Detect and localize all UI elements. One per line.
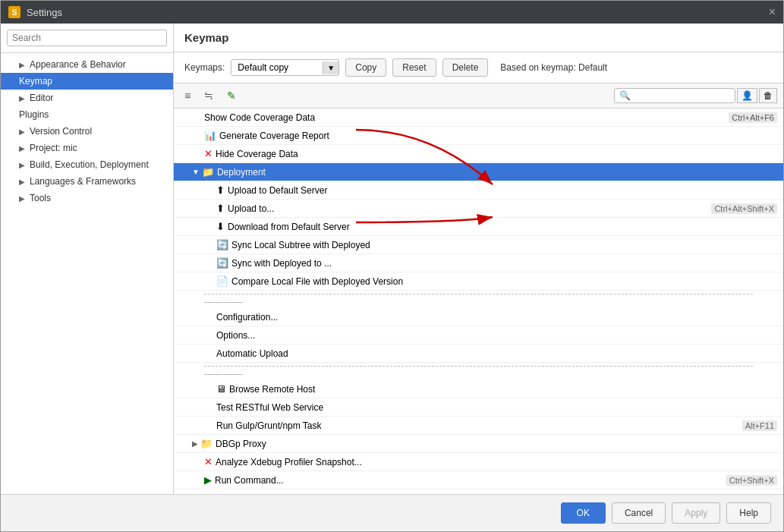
separator-line2: [204, 366, 753, 367]
list-item[interactable]: ⬆ Upload to... Ctrl+Alt+Shift+X: [174, 200, 783, 218]
chevron-right-icon: ▶: [19, 94, 25, 102]
chevron-right-icon: ▶: [19, 194, 25, 203]
ok-button[interactable]: OK: [561, 502, 606, 524]
sidebar-search-container: [1, 24, 173, 53]
sidebar-item-label: Editor: [30, 93, 53, 103]
list-item[interactable]: Automatic Upload: [174, 345, 783, 363]
window-title: Settings: [27, 7, 62, 18]
list-item[interactable]: ⬇ Download from Default Server: [174, 218, 783, 236]
main-content: ▶ Appearance & Behavior Keymap ▶ Editor …: [1, 24, 783, 494]
sidebar-item-plugins[interactable]: Plugins: [1, 106, 173, 123]
list-item[interactable]: Run Gulp/Grunt/npm Task Alt+F11: [174, 417, 783, 435]
chevron-right-icon: ▶: [19, 178, 25, 186]
keymap-dropdown[interactable]: Default copy ▼: [231, 59, 339, 76]
list-item[interactable]: 📄 Compare Local File with Deployed Versi…: [174, 272, 783, 291]
sidebar-item-keymap[interactable]: Keymap: [1, 73, 173, 90]
keymaps-label: Keymaps:: [184, 62, 225, 73]
list-item[interactable]: Start SSH session...: [174, 490, 783, 494]
keymap-selected-value: Default copy: [231, 60, 323, 75]
sidebar-item-label: Project: mic: [30, 143, 77, 153]
separator-text: --------------: [204, 296, 753, 307]
list-item[interactable]: Configuration...: [174, 308, 783, 326]
sidebar-item-appearance[interactable]: ▶ Appearance & Behavior: [1, 56, 173, 73]
sidebar-item-editor[interactable]: ▶ Editor: [1, 90, 173, 106]
list-item-dbgp[interactable]: ▶ 📁 DBGp Proxy: [174, 435, 783, 453]
list-item[interactable]: ▶ Run Command... Ctrl+Shift+X: [174, 471, 783, 490]
hide-icon: ✕: [204, 148, 213, 159]
collapse-all-button[interactable]: ≒: [200, 87, 218, 105]
separator-line: [204, 294, 753, 294]
list-item[interactable]: ⬆ Upload to Default Server: [174, 181, 783, 200]
close-button[interactable]: ×: [769, 5, 776, 19]
separator-row: --------------: [174, 291, 783, 308]
keymap-toolbar: ≡ ≒ ✎ 👤 🗑: [174, 83, 783, 109]
title-bar-left: S Settings: [8, 6, 62, 18]
sidebar: ▶ Appearance & Behavior Keymap ▶ Editor …: [1, 24, 174, 494]
edit-shortcut-button[interactable]: ✎: [222, 87, 241, 105]
separator-text2: --------------: [204, 368, 753, 379]
list-item-deployment[interactable]: ▼ 📁 Deployment: [174, 163, 783, 181]
settings-icon-button[interactable]: 🗑: [759, 88, 777, 103]
reset-button[interactable]: Reset: [392, 58, 436, 77]
chevron-right-icon: ▶: [192, 439, 198, 448]
list-item[interactable]: ✕ Hide Coverage Data: [174, 145, 783, 163]
sidebar-item-vcs[interactable]: ▶ Version Control: [1, 123, 173, 140]
folder-icon: 📁: [202, 166, 214, 178]
nav-tree: ▶ Appearance & Behavior Keymap ▶ Editor …: [1, 53, 173, 494]
sidebar-item-label: Languages & Frameworks: [30, 176, 136, 187]
sidebar-item-languages[interactable]: ▶ Languages & Frameworks: [1, 173, 173, 190]
sidebar-item-label: Tools: [30, 193, 51, 203]
list-item[interactable]: 📊 Generate Coverage Report: [174, 127, 783, 145]
sidebar-item-project[interactable]: ▶ Project: mic: [1, 140, 173, 156]
separator-row2: --------------: [174, 363, 783, 380]
keymap-list: Show Code Coverage Data Ctrl+Alt+F6 📊 Ge…: [174, 109, 783, 494]
coverage-icon: 📊: [204, 130, 216, 141]
bottom-bar: OK Cancel Apply Help: [1, 494, 783, 531]
chevron-right-icon: ▶: [19, 61, 25, 69]
server-icon: 🖥: [216, 383, 226, 395]
list-item[interactable]: ✕ Analyze Xdebug Profiler Snapshot...: [174, 453, 783, 471]
chevron-down-icon: ▼: [323, 61, 338, 74]
download-icon: ⬇: [216, 221, 225, 232]
expand-all-button[interactable]: ≡: [180, 87, 195, 105]
list-item[interactable]: 🖥 Browse Remote Host: [174, 380, 783, 398]
chevron-right-icon: ▶: [19, 127, 25, 136]
panel-header: Keymap: [174, 24, 783, 52]
sidebar-item-build[interactable]: ▶ Build, Execution, Deployment: [1, 156, 173, 173]
apply-button[interactable]: Apply: [672, 502, 720, 524]
sync-icon: 🔄: [216, 239, 228, 250]
sidebar-item-label: Build, Execution, Deployment: [30, 159, 149, 170]
keymap-bar: Keymaps: Default copy ▼ Copy Reset Delet…: [174, 52, 783, 83]
title-bar: S Settings ×: [1, 1, 783, 24]
panel-title: Keymap: [184, 31, 228, 44]
delete-button[interactable]: Delete: [442, 58, 489, 77]
chevron-down-icon: ▼: [192, 168, 200, 176]
list-item[interactable]: Show Code Coverage Data Ctrl+Alt+F6: [174, 109, 783, 127]
folder-icon: 📁: [200, 438, 213, 449]
app-icon: S: [8, 6, 20, 18]
based-on-label: Based on keymap: Default: [500, 62, 607, 73]
sidebar-item-label: Version Control: [30, 126, 92, 137]
list-item[interactable]: 🔄 Sync Local Subtree with Deployed: [174, 236, 783, 254]
help-button[interactable]: Help: [726, 502, 771, 524]
main-panel: Keymap Keymaps: Default copy ▼ Copy Rese…: [174, 24, 783, 494]
keymap-search-input[interactable]: [614, 88, 735, 103]
sidebar-search-input[interactable]: [7, 30, 167, 46]
sync-icon: 🔄: [216, 257, 228, 269]
cancel-button[interactable]: Cancel: [612, 502, 666, 524]
list-item[interactable]: Test RESTful Web Service: [174, 398, 783, 417]
user-icon-button[interactable]: 👤: [737, 88, 757, 103]
list-item[interactable]: Options...: [174, 326, 783, 345]
compare-icon: 📄: [216, 275, 228, 287]
keymap-search-container: 👤 🗑: [614, 88, 777, 103]
upload-icon: ⬆: [216, 184, 225, 196]
sidebar-item-label: Keymap: [19, 76, 52, 87]
run-icon: ▶: [204, 474, 212, 486]
list-item[interactable]: 🔄 Sync with Deployed to ...: [174, 254, 783, 272]
sidebar-item-label: Plugins: [19, 109, 49, 120]
settings-window: S Settings × ▶ Appearance & Behavior Key…: [0, 0, 784, 532]
error-icon: ✕: [204, 456, 213, 467]
sidebar-item-tools[interactable]: ▶ Tools: [1, 190, 173, 206]
copy-button[interactable]: Copy: [345, 58, 386, 77]
sidebar-item-label: Appearance & Behavior: [30, 59, 126, 70]
